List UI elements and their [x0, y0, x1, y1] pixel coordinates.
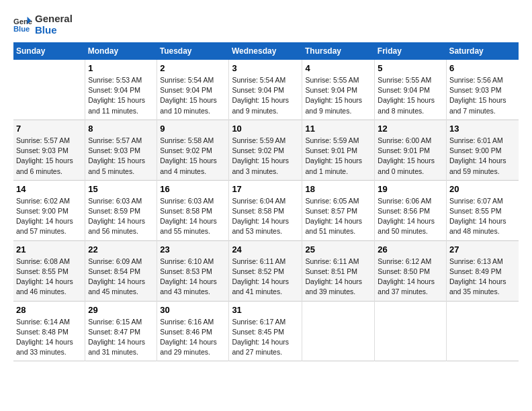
calendar-day-30: 30Sunrise: 6:16 AM Sunset: 8:46 PM Dayli…	[157, 301, 229, 361]
calendar-week-row: 21Sunrise: 6:08 AM Sunset: 8:55 PM Dayli…	[13, 240, 519, 301]
day-info: Sunrise: 6:09 AM Sunset: 8:54 PM Dayligh…	[88, 257, 154, 298]
calendar-day-9: 9Sunrise: 5:58 AM Sunset: 9:02 PM Daylig…	[157, 120, 229, 180]
calendar-table: SundayMondayTuesdayWednesdayThursdayFrid…	[13, 42, 519, 361]
day-number: 27	[449, 244, 516, 255]
day-info: Sunrise: 6:12 AM Sunset: 8:50 PM Dayligh…	[378, 257, 443, 298]
calendar-empty-cell	[302, 301, 375, 361]
day-number: 26	[378, 244, 443, 255]
calendar-empty-cell	[446, 301, 519, 361]
day-number: 19	[378, 184, 443, 194]
day-info: Sunrise: 6:06 AM Sunset: 8:56 PM Dayligh…	[378, 196, 443, 237]
calendar-day-1: 1Sunrise: 5:53 AM Sunset: 9:04 PM Daylig…	[85, 60, 157, 120]
calendar-week-row: 14Sunrise: 6:02 AM Sunset: 9:00 PM Dayli…	[13, 180, 519, 240]
calendar-day-27: 27Sunrise: 6:13 AM Sunset: 8:49 PM Dayli…	[446, 240, 519, 301]
day-number: 3	[232, 63, 299, 73]
calendar-day-6: 6Sunrise: 5:56 AM Sunset: 9:03 PM Daylig…	[446, 60, 519, 120]
day-info: Sunrise: 5:53 AM Sunset: 9:04 PM Dayligh…	[88, 75, 154, 116]
day-number: 21	[16, 244, 82, 255]
calendar-day-17: 17Sunrise: 6:04 AM Sunset: 8:58 PM Dayli…	[229, 180, 302, 240]
day-info: Sunrise: 6:10 AM Sunset: 8:53 PM Dayligh…	[160, 257, 226, 298]
day-info: Sunrise: 6:17 AM Sunset: 8:45 PM Dayligh…	[232, 317, 299, 358]
day-number: 9	[160, 124, 226, 134]
day-info: Sunrise: 6:13 AM Sunset: 8:49 PM Dayligh…	[449, 257, 516, 298]
calendar-day-29: 29Sunrise: 6:15 AM Sunset: 8:47 PM Dayli…	[85, 301, 157, 361]
calendar-day-28: 28Sunrise: 6:14 AM Sunset: 8:48 PM Dayli…	[13, 301, 85, 361]
day-info: Sunrise: 5:57 AM Sunset: 9:03 PM Dayligh…	[16, 136, 82, 177]
day-number: 2	[160, 63, 226, 73]
weekday-header-monday: Monday	[85, 42, 157, 60]
calendar-empty-cell	[375, 301, 447, 361]
day-number: 7	[16, 124, 82, 134]
day-info: Sunrise: 6:03 AM Sunset: 8:59 PM Dayligh…	[88, 196, 154, 237]
day-number: 11	[305, 124, 371, 134]
calendar-day-19: 19Sunrise: 6:06 AM Sunset: 8:56 PM Dayli…	[375, 180, 447, 240]
logo-blue-text: Blue	[35, 25, 73, 36]
day-info: Sunrise: 6:03 AM Sunset: 8:58 PM Dayligh…	[160, 196, 226, 237]
day-number: 31	[232, 305, 299, 315]
calendar-day-16: 16Sunrise: 6:03 AM Sunset: 8:58 PM Dayli…	[157, 180, 229, 240]
calendar-day-3: 3Sunrise: 5:54 AM Sunset: 9:04 PM Daylig…	[229, 60, 302, 120]
page-header: General Blue General Blue	[13, 13, 519, 36]
calendar-empty-cell	[13, 60, 85, 120]
day-number: 23	[160, 244, 226, 255]
logo-icon: General Blue	[13, 15, 32, 34]
day-info: Sunrise: 6:08 AM Sunset: 8:55 PM Dayligh…	[16, 257, 82, 298]
calendar-day-7: 7Sunrise: 5:57 AM Sunset: 9:03 PM Daylig…	[13, 120, 85, 180]
calendar-week-row: 1Sunrise: 5:53 AM Sunset: 9:04 PM Daylig…	[13, 60, 519, 120]
calendar-day-22: 22Sunrise: 6:09 AM Sunset: 8:54 PM Dayli…	[85, 240, 157, 301]
day-number: 20	[449, 184, 516, 194]
weekday-header-friday: Friday	[375, 42, 447, 60]
day-number: 12	[378, 124, 443, 134]
day-number: 1	[88, 63, 154, 73]
day-number: 14	[16, 184, 82, 194]
day-number: 29	[88, 305, 154, 315]
day-info: Sunrise: 6:11 AM Sunset: 8:51 PM Dayligh…	[305, 257, 371, 298]
day-info: Sunrise: 6:07 AM Sunset: 8:55 PM Dayligh…	[449, 196, 516, 237]
day-number: 28	[16, 305, 82, 315]
day-info: Sunrise: 5:54 AM Sunset: 9:04 PM Dayligh…	[232, 75, 299, 116]
day-info: Sunrise: 6:14 AM Sunset: 8:48 PM Dayligh…	[16, 317, 82, 358]
weekday-header-tuesday: Tuesday	[157, 42, 229, 60]
calendar-day-31: 31Sunrise: 6:17 AM Sunset: 8:45 PM Dayli…	[229, 301, 302, 361]
calendar-day-5: 5Sunrise: 5:55 AM Sunset: 9:04 PM Daylig…	[375, 60, 447, 120]
calendar-day-24: 24Sunrise: 6:11 AM Sunset: 8:52 PM Dayli…	[229, 240, 302, 301]
weekday-header-saturday: Saturday	[446, 42, 519, 60]
day-number: 4	[305, 63, 371, 73]
calendar-day-11: 11Sunrise: 5:59 AM Sunset: 9:01 PM Dayli…	[302, 120, 375, 180]
day-info: Sunrise: 5:54 AM Sunset: 9:04 PM Dayligh…	[160, 75, 226, 116]
day-info: Sunrise: 6:02 AM Sunset: 9:00 PM Dayligh…	[16, 196, 82, 237]
calendar-day-15: 15Sunrise: 6:03 AM Sunset: 8:59 PM Dayli…	[85, 180, 157, 240]
calendar-day-10: 10Sunrise: 5:59 AM Sunset: 9:02 PM Dayli…	[229, 120, 302, 180]
day-info: Sunrise: 5:59 AM Sunset: 9:01 PM Dayligh…	[305, 136, 371, 177]
day-info: Sunrise: 6:04 AM Sunset: 8:58 PM Dayligh…	[232, 196, 299, 237]
weekday-header-row: SundayMondayTuesdayWednesdayThursdayFrid…	[13, 42, 519, 60]
day-info: Sunrise: 6:16 AM Sunset: 8:46 PM Dayligh…	[160, 317, 226, 358]
day-info: Sunrise: 6:15 AM Sunset: 8:47 PM Dayligh…	[88, 317, 154, 358]
day-number: 16	[160, 184, 226, 194]
calendar-day-4: 4Sunrise: 5:55 AM Sunset: 9:04 PM Daylig…	[302, 60, 375, 120]
day-info: Sunrise: 6:01 AM Sunset: 9:00 PM Dayligh…	[449, 136, 516, 177]
day-number: 8	[88, 124, 154, 134]
day-number: 22	[88, 244, 154, 255]
calendar-week-row: 7Sunrise: 5:57 AM Sunset: 9:03 PM Daylig…	[13, 120, 519, 180]
day-info: Sunrise: 5:55 AM Sunset: 9:04 PM Dayligh…	[305, 75, 371, 116]
weekday-header-wednesday: Wednesday	[229, 42, 302, 60]
day-number: 6	[449, 63, 516, 73]
calendar-day-2: 2Sunrise: 5:54 AM Sunset: 9:04 PM Daylig…	[157, 60, 229, 120]
day-number: 24	[232, 244, 299, 255]
svg-text:Blue: Blue	[13, 25, 30, 33]
calendar-day-12: 12Sunrise: 6:00 AM Sunset: 9:01 PM Dayli…	[375, 120, 447, 180]
day-number: 18	[305, 184, 371, 194]
day-info: Sunrise: 6:00 AM Sunset: 9:01 PM Dayligh…	[378, 136, 443, 177]
calendar-day-25: 25Sunrise: 6:11 AM Sunset: 8:51 PM Dayli…	[302, 240, 375, 301]
calendar-day-20: 20Sunrise: 6:07 AM Sunset: 8:55 PM Dayli…	[446, 180, 519, 240]
calendar-day-8: 8Sunrise: 5:57 AM Sunset: 9:03 PM Daylig…	[85, 120, 157, 180]
calendar-day-14: 14Sunrise: 6:02 AM Sunset: 9:00 PM Dayli…	[13, 180, 85, 240]
day-info: Sunrise: 6:05 AM Sunset: 8:57 PM Dayligh…	[305, 196, 371, 237]
day-number: 5	[378, 63, 443, 73]
calendar-day-23: 23Sunrise: 6:10 AM Sunset: 8:53 PM Dayli…	[157, 240, 229, 301]
calendar-day-26: 26Sunrise: 6:12 AM Sunset: 8:50 PM Dayli…	[375, 240, 447, 301]
day-info: Sunrise: 5:59 AM Sunset: 9:02 PM Dayligh…	[232, 136, 299, 177]
day-info: Sunrise: 5:57 AM Sunset: 9:03 PM Dayligh…	[88, 136, 154, 177]
calendar-week-row: 28Sunrise: 6:14 AM Sunset: 8:48 PM Dayli…	[13, 301, 519, 361]
